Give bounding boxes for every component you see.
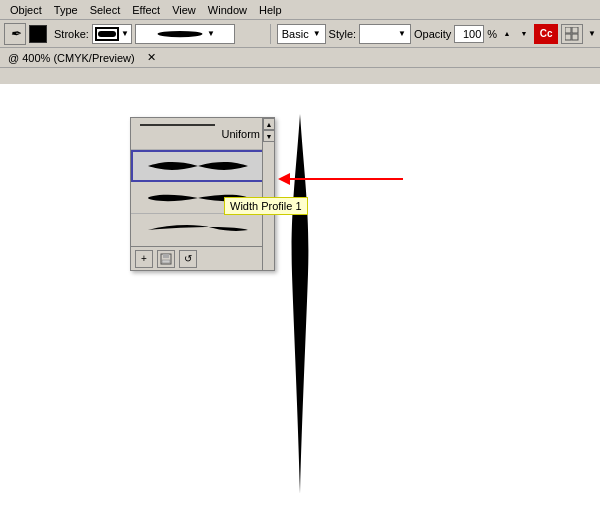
stroke-profile-uniform[interactable]: Uniform bbox=[131, 118, 274, 150]
svg-rect-1 bbox=[565, 27, 571, 33]
menu-type[interactable]: Type bbox=[48, 2, 84, 18]
stroke-profile-3[interactable] bbox=[131, 214, 274, 246]
red-arrow bbox=[278, 164, 408, 196]
reset-profiles-btn[interactable]: ↺ bbox=[179, 250, 197, 268]
menu-object[interactable]: Object bbox=[4, 2, 48, 18]
stroke-shape-arrow: ▼ bbox=[207, 29, 215, 38]
uniform-label: Uniform bbox=[221, 128, 260, 140]
menu-bar: Object Type Select Effect View Window He… bbox=[0, 0, 600, 20]
scrollbar-up-btn[interactable]: ▲ bbox=[263, 118, 275, 130]
opacity-down-btn[interactable]: ▼ bbox=[517, 29, 531, 39]
basic-label: Basic bbox=[282, 28, 309, 40]
opacity-input[interactable] bbox=[454, 25, 484, 43]
menu-effect[interactable]: Effect bbox=[126, 2, 166, 18]
save-icon bbox=[160, 253, 172, 265]
basic-arrow: ▼ bbox=[313, 29, 321, 38]
add-profile-btn[interactable]: + bbox=[135, 250, 153, 268]
cc-icon[interactable]: Cc bbox=[534, 24, 558, 44]
basic-dropdown[interactable]: Basic ▼ bbox=[277, 24, 326, 44]
stroke-label: Stroke: bbox=[54, 28, 89, 40]
percent-label: % bbox=[487, 28, 497, 40]
menu-view[interactable]: View bbox=[166, 2, 202, 18]
svg-point-0 bbox=[157, 30, 202, 36]
style-label: Style: bbox=[329, 28, 357, 40]
style-dropdown[interactable]: ▼ bbox=[359, 24, 411, 44]
menu-help[interactable]: Help bbox=[253, 2, 288, 18]
svg-rect-8 bbox=[162, 260, 170, 263]
style-arrow: ▼ bbox=[398, 29, 406, 38]
svg-rect-3 bbox=[565, 34, 571, 40]
stroke-shape-dropdown[interactable]: ▼ bbox=[135, 24, 235, 44]
tooltip: Width Profile 1 bbox=[224, 197, 308, 215]
grid-svg bbox=[565, 27, 579, 41]
stroke-color-dropdown[interactable]: ▼ bbox=[92, 24, 132, 44]
doc-tab-close[interactable]: ✕ bbox=[147, 51, 156, 64]
svg-rect-4 bbox=[572, 34, 578, 40]
canvas-white bbox=[0, 84, 600, 528]
canvas-area: ▲ ▼ Uniform bbox=[0, 69, 600, 528]
menu-select[interactable]: Select bbox=[84, 2, 127, 18]
grid-icon[interactable] bbox=[561, 24, 583, 44]
doc-tab: @ 400% (CMYK/Preview) ✕ bbox=[0, 48, 600, 68]
scrollbar-down-btn[interactable]: ▼ bbox=[263, 130, 275, 142]
svg-marker-10 bbox=[278, 173, 290, 185]
panel-scrollbar[interactable]: ▲ ▼ bbox=[262, 118, 274, 270]
separator1 bbox=[270, 24, 271, 44]
opacity-up-btn[interactable]: ▲ bbox=[500, 29, 514, 39]
svg-rect-2 bbox=[572, 27, 578, 33]
profile1-svg bbox=[143, 155, 253, 177]
svg-rect-7 bbox=[163, 254, 169, 258]
opacity-label: Opacity bbox=[414, 28, 451, 40]
doc-tab-label: @ 400% (CMYK/Preview) bbox=[8, 52, 135, 64]
menu-window[interactable]: Window bbox=[202, 2, 253, 18]
pen-tool-btn[interactable]: ✒ bbox=[4, 23, 26, 45]
profile3-svg bbox=[143, 219, 253, 241]
grid-arrow[interactable]: ▼ bbox=[588, 29, 596, 38]
save-profile-btn[interactable] bbox=[157, 250, 175, 268]
stroke-shape-preview bbox=[155, 28, 205, 40]
pen-icon: ✒ bbox=[10, 26, 21, 41]
uniform-line-svg bbox=[135, 123, 215, 145]
stroke-color-arrow: ▼ bbox=[121, 29, 129, 38]
panel-footer: + ↺ bbox=[131, 246, 274, 270]
stroke-profile-1[interactable] bbox=[131, 150, 274, 182]
tooltip-text: Width Profile 1 bbox=[230, 200, 302, 212]
fill-color-btn[interactable] bbox=[29, 25, 47, 43]
toolbar: ✒ Stroke: ▼ ▼ Basic ▼ Style: bbox=[0, 20, 600, 48]
stroke-profile-panel: ▲ ▼ Uniform bbox=[130, 117, 275, 271]
